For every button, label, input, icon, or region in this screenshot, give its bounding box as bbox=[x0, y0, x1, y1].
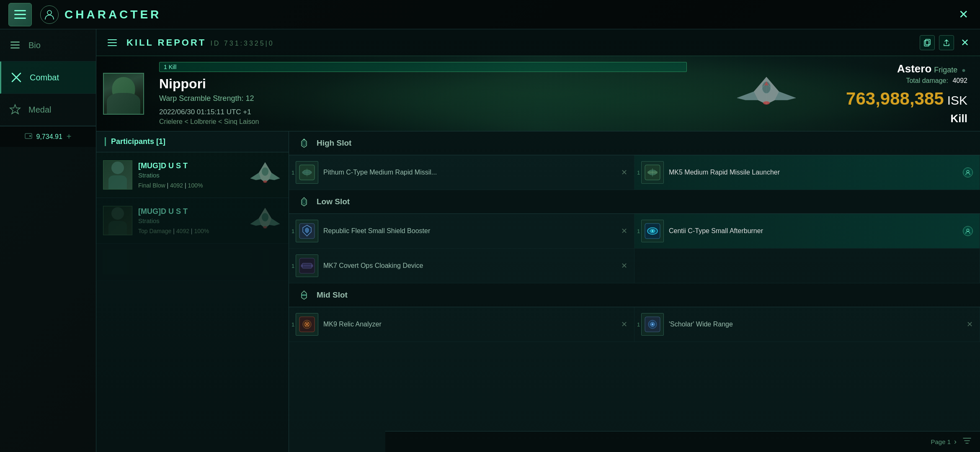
participant-stats-2: Top Damage | 4092 | 100% bbox=[138, 228, 242, 234]
combat-icon bbox=[10, 71, 23, 84]
participant-ship-icon-2 bbox=[248, 204, 282, 237]
high-slot-item-1-name: Pithum C-Type Medium Rapid Missil... bbox=[323, 168, 437, 177]
page-text: Page 1 bbox=[931, 438, 951, 445]
kill-location: Crielere < Lolbrerie < Sinq Laison bbox=[159, 118, 687, 126]
close-app-button[interactable]: ✕ bbox=[955, 6, 972, 23]
sidebar-item-bio[interactable]: Bio bbox=[0, 29, 96, 62]
svg-point-35 bbox=[967, 229, 969, 231]
svg-point-19 bbox=[263, 226, 267, 229]
medal-icon bbox=[8, 103, 22, 116]
sidebar-item-combat[interactable]: Combat bbox=[0, 62, 96, 94]
filter-button[interactable] bbox=[962, 436, 972, 447]
kill-datetime: 2022/06/30 01:15:11 UTC +1 bbox=[159, 108, 687, 116]
kill-banner: 1 Kill Nippori Warp Scramble Strength: 1… bbox=[96, 56, 980, 131]
high-slot-item-2[interactable]: 1 MK5 Medium Rapid Missile Launcher bbox=[634, 155, 980, 190]
svg-marker-6 bbox=[10, 105, 20, 114]
total-damage-label: Total damage: 4092 bbox=[906, 77, 967, 85]
svg-rect-10 bbox=[926, 39, 930, 45]
low-slot-items-row-1: 1 Republic Fleet Small Shield Booster ✕ bbox=[289, 214, 980, 248]
bottom-status-bar: 9,734.91 + bbox=[0, 126, 96, 147]
low-slot-section: Low Slot 1 Republic Fleet Sma bbox=[289, 190, 980, 283]
page-nav: Page 1 › bbox=[931, 437, 957, 446]
sidebar: Bio Combat Medal 9,734.91 + bbox=[0, 29, 96, 452]
mid-slot-item-2-icon bbox=[641, 313, 664, 336]
mid-slot-item-1-icon bbox=[296, 313, 318, 336]
kill-report-title: KILL REPORT ID 731:3325|0 bbox=[126, 37, 913, 48]
participant-ship-1: Stratios bbox=[138, 172, 242, 179]
portrait-frame bbox=[103, 73, 144, 115]
high-slot-item-2-qty: 1 bbox=[637, 170, 640, 176]
low-slot-item-1-name: Republic Fleet Small Shield Booster bbox=[323, 227, 430, 236]
kr-share-button[interactable] bbox=[939, 35, 954, 50]
kill-report-panel: KILL REPORT ID 731:3325|0 ✕ bbox=[96, 29, 980, 452]
svg-point-47 bbox=[652, 324, 653, 325]
low-slot-item-3-name: MK7 Covert Ops Cloaking Device bbox=[323, 262, 423, 270]
participant-row-1[interactable]: [MUG]D U S T Stratios Final Blow | 4092 … bbox=[96, 152, 289, 198]
mid-slot-items-row: 1 MK9 Relic Analyzer ✕ bbox=[289, 307, 980, 342]
low-slot-item-1[interactable]: 1 Republic Fleet Small Shield Booster ✕ bbox=[289, 214, 634, 248]
low-slot-item-3[interactable]: 1 MK7 Covert Ops Cloaking Device ✕ bbox=[289, 249, 634, 283]
mid-slot-item-1-qty: 1 bbox=[291, 321, 294, 328]
participant-name-2: [MUG]D U S T bbox=[138, 207, 242, 216]
sidebar-medal-label: Medal bbox=[28, 105, 51, 115]
mid-slot-item-2-name: 'Scholar' Wide Range bbox=[669, 320, 733, 329]
kr-copy-button[interactable] bbox=[920, 35, 935, 50]
low-slot-item-2[interactable]: 1 Centii C-Type Small Afterburner bbox=[634, 214, 980, 248]
participant-ship-icon-1 bbox=[248, 158, 282, 192]
mid-slot-section: Mid Slot 1 M bbox=[289, 283, 980, 342]
participant-portrait-2 bbox=[103, 206, 132, 235]
high-slot-items: 1 Pithum C-Type Medium Rapid Missil... ✕ bbox=[289, 155, 980, 190]
low-slot-item-1-qty: 1 bbox=[291, 228, 294, 234]
svg-point-34 bbox=[652, 230, 653, 232]
low-slot-item-1-remove[interactable]: ✕ bbox=[621, 226, 627, 236]
mid-slot-item-2[interactable]: 1 'Scholar' Wide Range ✕ bbox=[634, 307, 980, 342]
menu-icon bbox=[8, 39, 22, 52]
svg-rect-9 bbox=[924, 41, 929, 46]
low-slot-item-4-placeholder bbox=[634, 249, 980, 283]
kill-banner-info: 1 Kill Nippori Warp Scramble Strength: 1… bbox=[151, 56, 695, 131]
hamburger-button[interactable] bbox=[8, 3, 32, 26]
sidebar-item-medal[interactable]: Medal bbox=[0, 94, 96, 126]
svg-point-29 bbox=[967, 170, 969, 173]
person-silhouette-2 bbox=[107, 207, 128, 234]
kill-badge: 1 Kill bbox=[159, 62, 687, 72]
high-slot-item-1[interactable]: 1 Pithum C-Type Medium Rapid Missil... ✕ bbox=[289, 155, 634, 190]
mid-slot-item-2-remove[interactable]: ✕ bbox=[967, 320, 973, 329]
svg-point-0 bbox=[47, 10, 52, 15]
svg-rect-39 bbox=[301, 265, 303, 267]
pilot-name: Nippori bbox=[159, 76, 687, 92]
mid-slot-item-1[interactable]: 1 MK9 Relic Analyzer ✕ bbox=[289, 307, 634, 342]
high-slot-item-2-user bbox=[963, 167, 973, 177]
kill-report-id: ID 731:3325|0 bbox=[210, 40, 274, 47]
low-slot-item-2-name: Centii C-Type Small Afterburner bbox=[669, 227, 763, 236]
participant-name-1: [MUG]D U S T bbox=[138, 162, 242, 170]
participant-row-3 bbox=[96, 244, 289, 281]
page-next-button[interactable]: › bbox=[954, 437, 957, 446]
participant-stats-1: Final Blow | 4092 | 100% bbox=[138, 182, 242, 189]
svg-rect-1 bbox=[10, 41, 20, 43]
slots-panel[interactable]: High Slot 1 bbox=[289, 131, 980, 452]
isk-value: 763,988,385 bbox=[846, 89, 944, 109]
svg-rect-3 bbox=[10, 47, 20, 49]
add-icon[interactable]: + bbox=[67, 132, 72, 141]
participant-row-2[interactable]: [MUG]D U S T Stratios Top Damage | 4092 … bbox=[96, 198, 289, 244]
high-slot-item-2-icon bbox=[641, 161, 664, 184]
main-content: Participants [1] [MUG]D U S T Stratios bbox=[96, 131, 980, 452]
mid-slot-header: Mid Slot bbox=[289, 283, 980, 307]
high-slot-item-1-remove[interactable]: ✕ bbox=[621, 168, 627, 177]
low-slot-item-3-icon bbox=[296, 254, 318, 277]
low-slot-header: Low Slot bbox=[289, 190, 980, 214]
kr-close-button[interactable]: ✕ bbox=[958, 36, 972, 49]
low-slot-icon bbox=[297, 195, 311, 208]
wallet-value: 9,734.91 bbox=[36, 133, 62, 141]
ship-class: Frigate bbox=[934, 66, 957, 74]
kill-report-header: KILL REPORT ID 731:3325|0 ✕ bbox=[96, 29, 980, 56]
kr-menu-button[interactable] bbox=[105, 35, 120, 50]
kill-type-label: Kill bbox=[951, 112, 967, 125]
low-slot-item-3-remove[interactable]: ✕ bbox=[621, 261, 627, 270]
pilot-portrait bbox=[96, 56, 151, 131]
high-slot-title: High Slot bbox=[317, 139, 351, 148]
high-slot-icon bbox=[297, 136, 311, 150]
mid-slot-item-1-remove[interactable]: ✕ bbox=[621, 320, 627, 329]
isk-label: ISK bbox=[947, 93, 967, 108]
